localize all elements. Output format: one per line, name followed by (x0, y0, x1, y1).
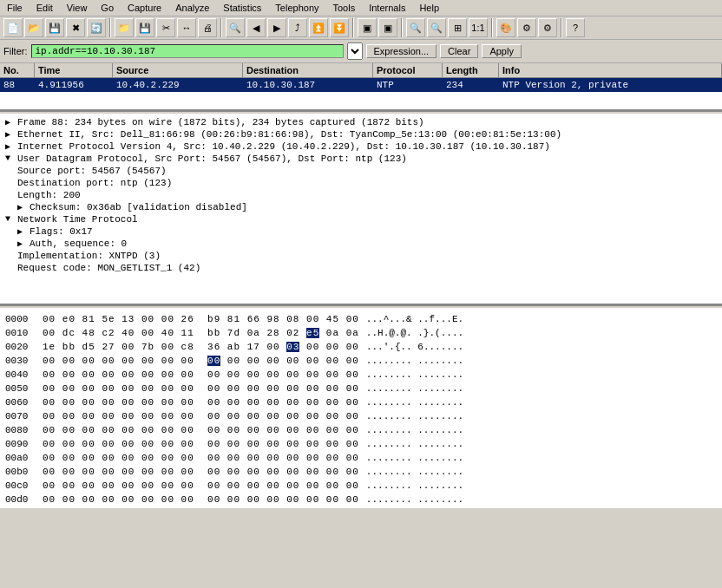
expander-ethernet[interactable]: ▶ (5, 129, 14, 140)
detail-checksum[interactable]: ▶ Checksum: 0x36ab [validation disabled] (0, 201, 722, 213)
cap-toggle-2[interactable]: ▣ (378, 18, 397, 37)
detail-udp-text: User Datagram Protocol, Src Port: 54567 … (17, 154, 407, 164)
hex-ascii: ........ .. (301, 506, 364, 508)
open-btn[interactable]: 📂 (24, 18, 43, 37)
detail-frame[interactable]: ▶ Frame 88: 234 bytes on wire (1872 bits… (0, 116, 722, 128)
detail-flags[interactable]: ▶ Flags: 0x17 (0, 225, 722, 238)
next-btn[interactable]: ▶ (267, 18, 286, 37)
hex-bytes: 00 00 00 00 00 00 00 00 00 00 00 00 00 0… (43, 451, 359, 465)
hex-ascii: ........ ........ (366, 423, 463, 437)
open-cap-btn[interactable]: 📁 (115, 18, 134, 37)
hex-row-0090: 0090 00 00 00 00 00 00 00 00 00 00 00 00… (5, 437, 717, 451)
reload-btn[interactable]: 🔄 (87, 18, 106, 37)
apply-button[interactable]: Apply (482, 44, 522, 58)
cell-no: 88 (0, 79, 35, 91)
zoom-in-btn[interactable]: 🔍 (406, 18, 425, 37)
expander-flags[interactable]: ▶ (17, 226, 26, 237)
hex-offset: 0060 (5, 395, 36, 409)
close-btn[interactable]: ✖ (66, 18, 85, 37)
detail-frame-text: Frame 88: 234 bytes on wire (1872 bits),… (17, 117, 424, 127)
zoom-out-btn[interactable]: 🔍 (427, 18, 446, 37)
hex-ascii: ........ ........ (366, 382, 463, 395)
menu-capture[interactable]: Capture (124, 2, 165, 14)
cell-time: 4.911956 (35, 79, 113, 91)
packet-detail: ▶ Frame 88: 234 bytes on wire (1872 bits… (0, 114, 722, 305)
prefs-btn[interactable]: ⚙ (538, 18, 557, 37)
menu-telephony[interactable]: Telephony (272, 2, 322, 14)
hex-ascii: ...^...& ..f...E. (366, 312, 463, 326)
menu-help[interactable]: Help (416, 2, 443, 14)
hex-row-0010: 0010 00 dc 48 c2 40 00 40 11 bb 7d 0a 28… (5, 326, 717, 340)
hex-ascii: ........ ........ (366, 493, 463, 506)
hex-offset: 00c0 (5, 479, 36, 493)
hex-ascii: ........ ........ (366, 451, 463, 465)
last-btn[interactable]: ⏬ (330, 18, 349, 37)
print-btn[interactable]: 🖨 (198, 18, 217, 37)
new-btn[interactable]: 📄 (3, 18, 23, 37)
toolbar-sep-4 (401, 18, 403, 37)
hex-offset: 0040 (5, 368, 36, 382)
filter-label: Filter: (3, 46, 28, 56)
filter-bar: Filter: ▼ Expression... Clear Apply (0, 40, 722, 63)
hex-bytes: 00 00 00 00 00 00 00 00 00 00 00 00 00 0… (43, 479, 359, 493)
col-destination: Destination (243, 63, 373, 77)
detail-auth[interactable]: ▶ Auth, sequence: 0 (0, 238, 722, 250)
col-protocol: Protocol (373, 63, 443, 77)
menu-file[interactable]: File (3, 2, 26, 14)
help-btn2[interactable]: ? (566, 18, 585, 37)
col-info: Info (499, 63, 722, 77)
hex-row-0060: 0060 00 00 00 00 00 00 00 00 00 00 00 00… (5, 395, 717, 409)
filter-input[interactable] (31, 44, 344, 58)
save-btn[interactable]: 💾 (45, 18, 64, 37)
hex-offset: 0070 (5, 409, 36, 423)
menu-statistics[interactable]: Statistics (220, 2, 265, 14)
find-btn[interactable]: 🔍 (226, 18, 245, 37)
goto-btn[interactable]: ⤴ (288, 18, 307, 37)
expander-frame[interactable]: ▶ (5, 117, 14, 127)
hex-offset: 0000 (5, 312, 36, 326)
col-pref-btn[interactable]: ⚙ (517, 18, 536, 37)
zoom-100-btn[interactable]: 1:1 (469, 18, 488, 37)
expander-udp[interactable]: ▼ (5, 154, 14, 163)
clear-button[interactable]: Clear (440, 44, 478, 58)
expander-ntp[interactable]: ▼ (5, 214, 14, 224)
detail-udp[interactable]: ▼ User Datagram Protocol, Src Port: 5456… (0, 153, 722, 165)
detail-ntp[interactable]: ▼ Network Time Protocol (0, 213, 722, 225)
toolbar: 📄 📂 💾 ✖ 🔄 📁 💾 ✂ ↔ 🖨 🔍 ◀ ▶ ⤴ ⏫ ⏬ ▣ ▣ 🔍 🔍 … (0, 16, 722, 40)
hex-offset: 0030 (5, 354, 36, 368)
hex-ascii: ...'.{.. 6....... (366, 340, 463, 354)
delete-btn[interactable]: ✂ (156, 18, 175, 37)
menu-go[interactable]: Go (97, 2, 117, 14)
cap-toggle-1[interactable]: ▣ (358, 18, 377, 37)
menu-internals[interactable]: Internals (365, 2, 409, 14)
expression-button[interactable]: Expression... (366, 44, 437, 58)
expander-checksum[interactable]: ▶ (17, 202, 26, 212)
detail-ip[interactable]: ▶ Internet Protocol Version 4, Src: 10.4… (0, 140, 722, 153)
toolbar-sep-5 (491, 18, 493, 37)
menu-analyze[interactable]: Analyze (172, 2, 213, 14)
first-btn[interactable]: ⏫ (309, 18, 328, 37)
prev-btn[interactable]: ◀ (246, 18, 266, 37)
hex-dump: 0000 00 e0 81 5e 13 00 00 26 b9 81 66 98… (0, 309, 722, 508)
detail-reqcode: Request code: MON_GETLIST_1 (42) (0, 262, 722, 274)
hex-bytes: 00 00 00 00 00 00 00 00 00 00 00 00 00 0… (43, 395, 359, 409)
hex-row-0030: 0030 00 00 00 00 00 00 00 00 00 00 00 00… (5, 354, 717, 368)
detail-length-text: Length: 200 (17, 190, 81, 200)
expander-auth[interactable]: ▶ (17, 238, 26, 249)
detail-ethernet[interactable]: ▶ Ethernet II, Src: Dell_81:66:98 (00:26… (0, 128, 722, 140)
expander-ip[interactable]: ▶ (5, 141, 14, 152)
menu-edit[interactable]: Edit (33, 2, 56, 14)
zoom-fit-btn[interactable]: ⊞ (448, 18, 467, 37)
hex-bytes: 00 e0 81 5e 13 00 00 26 b9 81 66 98 08 0… (43, 312, 359, 326)
menu-tools[interactable]: Tools (330, 2, 359, 14)
save-cap-btn[interactable]: 💾 (135, 18, 154, 37)
filter-dropdown[interactable]: ▼ (347, 42, 363, 60)
hex-bytes: 00 00 00 00 00 00 00 00 00 00 00 00 00 0… (43, 465, 359, 479)
col-length: Length (443, 63, 499, 77)
packet-row[interactable]: 88 4.911956 10.40.2.229 10.10.30.187 NTP… (0, 78, 722, 92)
menu-view[interactable]: View (63, 2, 91, 14)
color-btn[interactable]: 🎨 (496, 18, 515, 37)
merge-btn[interactable]: ↔ (177, 18, 196, 37)
toolbar-sep-3 (352, 18, 354, 37)
detail-dst-port: Destination port: ntp (123) (0, 177, 722, 189)
